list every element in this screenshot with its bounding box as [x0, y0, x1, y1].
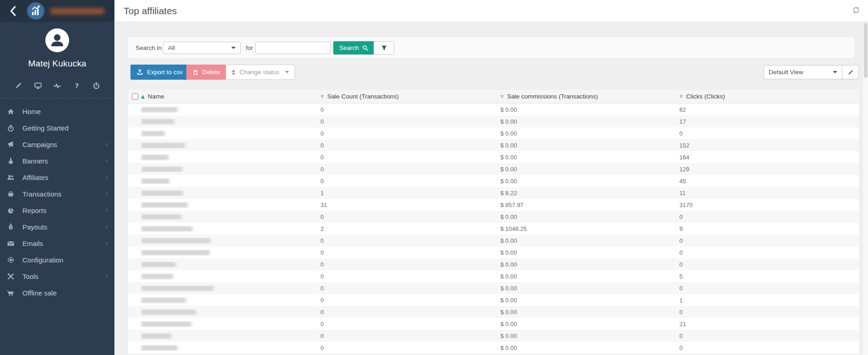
- header-name[interactable]: ▲ Name: [141, 93, 320, 100]
- chevron-down-icon: [833, 71, 837, 73]
- vertical-scrollbar[interactable]: [863, 22, 868, 355]
- redacted-affiliate-name: [141, 142, 185, 148]
- sale-count-cell: 0: [320, 178, 500, 185]
- scrollbar-thumb[interactable]: [864, 23, 868, 78]
- table-row[interactable]: 31$ 857.973170: [128, 199, 859, 211]
- svg-text:$: $: [10, 226, 11, 229]
- table-row[interactable]: 0$ 0.000: [128, 282, 859, 294]
- search-button[interactable]: Search: [333, 41, 374, 55]
- table-row[interactable]: 2$ 1048.259: [128, 223, 859, 235]
- help-icon[interactable]: ?: [72, 81, 81, 90]
- user-name: Matej Kukucka: [0, 59, 114, 69]
- sale-count-cell: 2: [320, 225, 500, 232]
- edit-view-button[interactable]: [842, 65, 859, 79]
- pencil-icon[interactable]: [14, 81, 23, 90]
- sidebar-item-offline-sale[interactable]: Offline sale: [0, 284, 114, 301]
- clicks-cell: 0: [679, 309, 859, 316]
- table-row[interactable]: 0$ 0.000: [128, 306, 859, 318]
- redacted-affiliate-name: [141, 131, 165, 137]
- sidebar-nav: Home Getting Started Campaigns ‹ Banners…: [0, 103, 114, 301]
- clicks-cell: 17: [679, 118, 859, 125]
- filter-button[interactable]: [374, 41, 394, 55]
- table-row[interactable]: 0$ 0.000: [128, 258, 859, 270]
- sidebar-item-campaigns[interactable]: Campaigns ‹: [0, 136, 114, 153]
- table-row[interactable]: 1$ 8.2211: [128, 187, 859, 199]
- sidebar-item-affiliates[interactable]: Affiliates ‹: [0, 169, 114, 186]
- refresh-icon[interactable]: [852, 5, 863, 16]
- table-row[interactable]: 0$ 0.00152: [128, 139, 859, 151]
- commission-cell: $ 0.00: [500, 297, 679, 304]
- header-sale-count[interactable]: ▼ Sale Count (Transactions): [320, 93, 500, 100]
- table-row[interactable]: 0$ 0.0021: [128, 318, 859, 330]
- tools-icon: [7, 273, 15, 280]
- sidebar-item-home[interactable]: Home: [0, 103, 114, 120]
- change-status-dropdown[interactable]: Change status: [226, 65, 295, 80]
- sale-count-cell: 0: [320, 130, 500, 137]
- pulse-icon[interactable]: [53, 81, 62, 90]
- main-content: Search in All for Search: [114, 22, 868, 355]
- table-row[interactable]: 0$ 0.000: [128, 127, 859, 139]
- sale-count-cell: 0: [320, 106, 500, 113]
- redacted-affiliate-name: [141, 321, 191, 327]
- name-cell: [141, 178, 320, 184]
- sidebar: Matej Kukucka ?: [0, 0, 114, 355]
- sidebar-item-emails[interactable]: Emails ‹: [0, 235, 114, 251]
- sale-count-cell: 1: [320, 190, 500, 197]
- table-row[interactable]: 0$ 0.000: [128, 246, 859, 258]
- table-row[interactable]: 0$ 0.005: [128, 270, 859, 282]
- clicks-cell: 0: [679, 285, 859, 292]
- commission-cell: $ 8.22: [500, 190, 679, 197]
- monitor-icon[interactable]: [33, 81, 43, 90]
- export-csv-button[interactable]: Export to csv: [130, 65, 189, 80]
- sidebar-item-reports[interactable]: Reports ‹: [0, 202, 114, 218]
- trash-icon: [192, 69, 199, 76]
- gear-icon: [7, 256, 15, 264]
- search-panel: Search in All for Search: [127, 37, 855, 59]
- table-row[interactable]: 0$ 0.000: [128, 211, 859, 223]
- sort-ascending-icon: ▲: [141, 94, 145, 99]
- table-row[interactable]: 0$ 0.0017: [128, 115, 859, 127]
- table-row[interactable]: 0$ 0.00164: [128, 151, 859, 163]
- table-row[interactable]: 0$ 0.000: [128, 330, 859, 342]
- sort-icon: ▼: [679, 94, 683, 99]
- cart-icon: [7, 289, 15, 297]
- sidebar-item-getting-started[interactable]: Getting Started: [0, 120, 114, 136]
- sidebar-item-tools[interactable]: Tools ‹: [0, 268, 114, 284]
- avatar[interactable]: [45, 28, 69, 52]
- clicks-cell: 21: [679, 321, 859, 328]
- table-row[interactable]: 0$ 0.00129: [128, 163, 859, 175]
- sidebar-item-configuration[interactable]: Configuration: [0, 251, 114, 268]
- collapse-sidebar-button[interactable]: [5, 3, 21, 19]
- sidebar-item-transactions[interactable]: Transactions ‹: [0, 186, 114, 202]
- clicks-cell: 0: [679, 261, 859, 268]
- search-input[interactable]: [255, 42, 331, 54]
- clicks-cell: 0: [679, 130, 859, 137]
- delete-button[interactable]: Delete: [186, 65, 226, 80]
- header-clicks[interactable]: ▼ Clicks (Clicks): [679, 93, 859, 100]
- redacted-affiliate-name: [141, 226, 192, 232]
- clicks-cell: 0: [679, 213, 859, 220]
- sidebar-item-payouts[interactable]: $ Payouts ‹: [0, 218, 114, 235]
- commission-cell: $ 0.00: [500, 130, 679, 137]
- select-all-checkbox[interactable]: [132, 93, 138, 100]
- megaphone-icon: [7, 141, 15, 148]
- name-cell: [141, 107, 320, 113]
- money-bag-icon: $: [7, 223, 15, 231]
- name-cell: [141, 131, 320, 137]
- chevron-collapsed-icon: ‹: [105, 273, 108, 280]
- header-commissions[interactable]: ▼ Sale commissions (Transactions): [500, 93, 679, 100]
- search-in-select[interactable]: All: [163, 42, 241, 54]
- table-row[interactable]: 0$ 0.0062: [128, 104, 859, 115]
- view-select[interactable]: Default View: [764, 65, 842, 79]
- power-icon[interactable]: [92, 81, 101, 90]
- chevron-collapsed-icon: ‹: [105, 240, 108, 247]
- table-row[interactable]: 0$ 0.001: [128, 294, 859, 306]
- redacted-affiliate-name: [141, 214, 181, 220]
- commission-cell: $ 0.00: [500, 261, 679, 268]
- table-row[interactable]: 0$ 0.0045: [128, 175, 859, 187]
- table-row[interactable]: 0$ 0.000: [128, 342, 859, 354]
- commission-cell: $ 0.00: [500, 178, 679, 185]
- table-row[interactable]: 0$ 0.000: [128, 235, 859, 246]
- sidebar-item-banners[interactable]: Banners ‹: [0, 153, 114, 169]
- sale-count-cell: 0: [320, 333, 500, 339]
